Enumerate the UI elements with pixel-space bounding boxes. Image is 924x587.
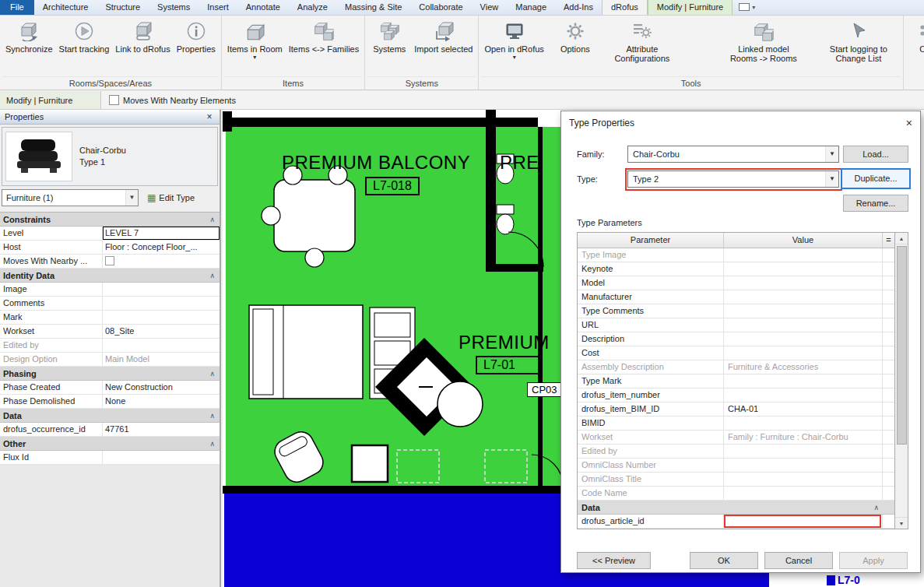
equalize-cell[interactable]: [883, 374, 894, 388]
property-value-phase-created[interactable]: New Construction: [103, 381, 220, 394]
ribbon-button-oth[interactable]: Oth: [905, 16, 924, 75]
param-value-code-name[interactable]: [724, 487, 883, 500]
duplicate-button[interactable]: Duplicate...: [841, 168, 911, 189]
ribbon-button-start-tracking[interactable]: Start tracking: [56, 16, 113, 75]
equalize-cell[interactable]: [883, 248, 894, 262]
equalize-cell[interactable]: [883, 332, 894, 346]
ribbon-button-linked-model-rooms-rooms[interactable]: Linked model Rooms -> Rooms: [725, 16, 803, 75]
apply-button[interactable]: Apply: [839, 552, 908, 569]
param-value-type-image[interactable]: [724, 248, 883, 262]
param-value-bimid[interactable]: [724, 417, 883, 430]
section-header-other[interactable]: Other∧: [0, 437, 220, 451]
tab-manage[interactable]: Manage: [507, 0, 555, 15]
equalize-cell[interactable]: [883, 276, 894, 290]
ribbon-display-toggle[interactable]: ▾: [739, 0, 755, 15]
ribbon-button-systems[interactable]: Systems: [367, 16, 411, 75]
param-value-omniclass-title[interactable]: [724, 473, 883, 486]
param-value-keynote[interactable]: [724, 262, 883, 276]
preview-button[interactable]: << Preview: [577, 552, 651, 569]
checkbox-unchecked-icon[interactable]: [105, 256, 114, 265]
ribbon-button-open-in-drofus[interactable]: Open in dRofus▾: [481, 16, 546, 75]
property-value-comments[interactable]: [103, 297, 220, 310]
tab-massing-site[interactable]: Massing & Site: [336, 0, 410, 15]
equalize-cell[interactable]: [883, 360, 894, 374]
param-value-drofus-item-bim-id[interactable]: CHA-01: [724, 402, 883, 416]
close-icon[interactable]: ×: [204, 111, 215, 122]
section-header-phasing[interactable]: Phasing∧: [0, 367, 220, 381]
property-value-flux-id[interactable]: [103, 451, 220, 464]
ribbon-button-link-to-drofus[interactable]: Link to dRofus: [112, 16, 173, 75]
item-tag-cp03[interactable]: CP03: [527, 382, 562, 397]
room-tag-l7-018[interactable]: L7-018: [365, 177, 420, 195]
property-value-level[interactable]: LEVEL 7: [103, 227, 220, 240]
param-value-assembly-description[interactable]: Furniture & Accessories: [724, 360, 883, 374]
param-value-type-comments[interactable]: [724, 304, 883, 318]
room-tag-partial[interactable]: L7-0: [827, 574, 860, 586]
ribbon-button-import-selected[interactable]: Import selected: [411, 16, 476, 75]
scrollbar-thumb[interactable]: [897, 246, 907, 445]
tab-insert[interactable]: Insert: [199, 0, 237, 15]
edit-type-button[interactable]: ▦ Edit Type: [142, 190, 199, 206]
param-value-type-mark[interactable]: [724, 374, 883, 388]
load-button[interactable]: Load...: [843, 146, 908, 163]
section-header-constraints[interactable]: Constraints∧: [0, 213, 220, 227]
tab-modify-furniture[interactable]: Modify | Furniture: [648, 0, 733, 15]
ribbon-button-items-families[interactable]: Items <-> Families: [286, 16, 362, 75]
equalize-cell[interactable]: [883, 262, 894, 276]
equalize-cell[interactable]: [883, 431, 894, 444]
property-value-moves-with-nearby[interactable]: [103, 255, 220, 268]
ribbon-button-attribute-configurations[interactable]: Attribute Configurations: [603, 16, 681, 75]
selection-filter-dropdown[interactable]: Furniture (1) ▼: [2, 189, 139, 206]
ribbon-button-start-logging-to-change-list[interactable]: Start logging to Change List: [820, 16, 898, 75]
ribbon-button-items-in-room[interactable]: Items in Room▾: [224, 16, 286, 75]
table-scrollbar[interactable]: ▲ ▼: [895, 232, 908, 529]
tab-drofus[interactable]: dRofus: [602, 0, 648, 15]
equalize-cell[interactable]: [883, 388, 894, 402]
equalize-cell[interactable]: [883, 318, 894, 332]
param-value-workset[interactable]: Family : Furniture : Chair-Corbu: [724, 431, 883, 444]
param-value-cost[interactable]: [724, 346, 883, 360]
equalize-cell[interactable]: [883, 473, 894, 486]
equalize-cell[interactable]: [883, 487, 894, 500]
param-value-edited-by[interactable]: [724, 445, 883, 458]
close-icon[interactable]: ×: [906, 117, 912, 129]
param-value-url[interactable]: [724, 318, 883, 332]
equalize-cell[interactable]: [883, 290, 894, 304]
equalize-cell[interactable]: [883, 445, 894, 458]
tab-systems[interactable]: Systems: [149, 0, 199, 15]
param-value-manufacturer[interactable]: [724, 290, 883, 304]
param-value-omniclass-number[interactable]: [724, 459, 883, 472]
property-value-image[interactable]: [103, 283, 220, 296]
moves-with-nearby-checkbox[interactable]: [109, 95, 119, 105]
param-section-data[interactable]: Data∧: [578, 501, 894, 515]
tab-add-ins[interactable]: Add-Ins: [555, 0, 602, 15]
scroll-down-icon[interactable]: ▼: [895, 517, 908, 529]
scroll-up-icon[interactable]: ▲: [895, 233, 908, 244]
property-value-edited-by[interactable]: [103, 339, 220, 352]
tab-file[interactable]: File: [0, 0, 34, 15]
room-label-premium-partial[interactable]: PRE: [500, 152, 539, 174]
section-header-data[interactable]: Data∧: [0, 409, 220, 423]
room-tag-l7-01[interactable]: L7-01: [476, 356, 540, 374]
property-value-drofus-occurrence-id[interactable]: 47761: [103, 423, 220, 436]
param-value-drofus-item-number[interactable]: [724, 388, 883, 402]
tab-structure[interactable]: Structure: [97, 0, 149, 15]
param-value-model[interactable]: [724, 276, 883, 290]
rename-button[interactable]: Rename...: [843, 195, 908, 212]
property-value-design-option[interactable]: Main Model: [103, 353, 220, 366]
equalize-cell[interactable]: [883, 515, 894, 528]
room-label-premium[interactable]: PREMIUM: [458, 332, 550, 353]
dialog-title-bar[interactable]: Type Properties ×: [561, 111, 920, 135]
tab-collaborate[interactable]: Collaborate: [410, 0, 471, 15]
param-value-description[interactable]: [724, 332, 883, 346]
property-value-host[interactable]: Floor : Concept Floor_...: [103, 241, 220, 254]
param-value-drofus-article-id[interactable]: [724, 515, 883, 528]
ribbon-button-properties[interactable]: Properties: [174, 16, 219, 75]
ok-button[interactable]: OK: [690, 552, 758, 569]
property-value-workset[interactable]: 08_Site: [103, 325, 220, 338]
ribbon-button-synchronize[interactable]: Synchronize: [2, 16, 56, 75]
equalize-cell[interactable]: [883, 304, 894, 318]
equalize-cell[interactable]: [883, 346, 894, 360]
equalize-cell[interactable]: [883, 417, 894, 430]
section-header-identity-data[interactable]: Identity Data∧: [0, 269, 220, 283]
